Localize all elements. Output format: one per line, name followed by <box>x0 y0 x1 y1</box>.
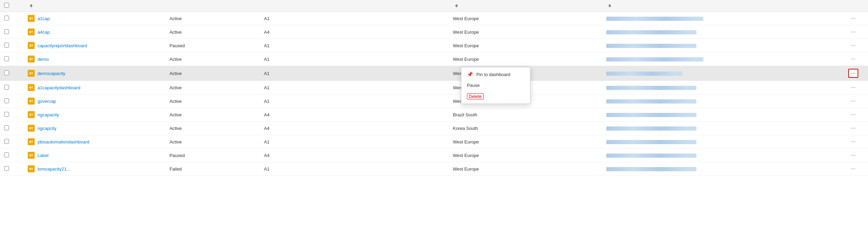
row-more-actions-button[interactable]: ··· <box>849 138 858 146</box>
resource-icon <box>28 125 35 132</box>
row-checkbox[interactable] <box>4 29 9 34</box>
row-checkbox[interactable] <box>4 56 9 61</box>
row-name-link[interactable]: a1cap <box>37 16 50 21</box>
row-checkbox[interactable] <box>4 71 9 75</box>
select-all-header[interactable] <box>0 0 24 12</box>
row-name-cell: ngcapcity <box>24 122 165 135</box>
svg-rect-26 <box>32 100 33 101</box>
svg-rect-13 <box>30 58 31 60</box>
row-actions-cell: ··· <box>839 94 868 108</box>
row-location-cell: West Europe <box>449 12 602 25</box>
row-checkbox[interactable] <box>4 85 9 90</box>
row-checkbox[interactable] <box>4 152 9 157</box>
svg-rect-43 <box>32 156 33 156</box>
row-more-actions-button[interactable]: ··· <box>849 15 858 22</box>
context-menu-pause-label: Pause <box>467 83 480 88</box>
name-column-header[interactable] <box>24 0 165 12</box>
row-sku-cell: A4 <box>260 25 449 39</box>
svg-rect-45 <box>30 168 31 170</box>
row-checkbox[interactable] <box>4 166 9 171</box>
row-subscription-cell: ████████████████████████ <box>602 94 838 108</box>
row-more-actions-button[interactable]: ··· <box>849 151 858 159</box>
name-sort-icon[interactable] <box>30 4 33 7</box>
row-more-actions-button[interactable]: ··· <box>849 124 858 132</box>
row-checkbox[interactable] <box>4 43 9 48</box>
row-name-link[interactable]: capacityreportdashboard <box>37 43 87 48</box>
row-status-cell: Active <box>165 81 260 94</box>
location-column-header[interactable] <box>449 0 602 12</box>
row-sku-cell: A4 <box>260 149 449 162</box>
resource-icon <box>28 138 35 145</box>
resource-icon <box>28 56 35 63</box>
row-status-cell: Active <box>165 66 260 81</box>
svg-rect-21 <box>30 86 31 88</box>
row-name-cell: Label <box>24 149 165 162</box>
row-checkbox-cell <box>0 12 24 25</box>
svg-rect-10 <box>32 44 33 46</box>
pin-icon: 📌 <box>467 72 473 77</box>
row-more-actions-button[interactable]: ··· <box>848 69 858 78</box>
row-name-link[interactable]: demo <box>37 57 49 62</box>
status-column-header <box>165 0 260 12</box>
row-name-cell: ngcapacity <box>24 108 165 122</box>
subscription-sort-icon[interactable] <box>608 4 611 7</box>
row-name-link[interactable]: democapacity <box>37 71 65 76</box>
row-actions-cell: ··· <box>839 66 868 81</box>
row-checkbox[interactable] <box>4 139 9 144</box>
row-more-actions-button[interactable]: ··· <box>849 97 858 105</box>
row-checkbox[interactable] <box>4 16 9 20</box>
row-name-cell: a4cap <box>24 25 165 39</box>
row-actions-cell: ··· <box>839 149 868 162</box>
row-status-cell: Active <box>165 12 260 25</box>
row-checkbox-cell <box>0 81 24 94</box>
resource-icon <box>28 84 35 91</box>
row-name-link[interactable]: ngcapcity <box>37 126 57 131</box>
svg-rect-14 <box>32 58 33 59</box>
svg-rect-47 <box>32 170 33 170</box>
subscription-column-header[interactable] <box>602 0 838 12</box>
resource-icon <box>28 111 35 118</box>
row-name-link[interactable]: govercap <box>37 99 56 104</box>
row-checkbox-cell <box>0 135 24 149</box>
row-checkbox[interactable] <box>4 112 9 117</box>
table-row: ngcapacityActiveA4Brazil South██████████… <box>0 108 868 122</box>
context-menu-delete[interactable]: Delete <box>461 91 530 102</box>
row-more-actions-button[interactable]: ··· <box>849 55 858 63</box>
context-menu-pin[interactable]: 📌 Pin to dashboard <box>461 69 530 80</box>
svg-rect-7 <box>32 33 33 33</box>
svg-rect-11 <box>32 46 33 47</box>
row-more-actions-button[interactable]: ··· <box>849 28 858 36</box>
row-more-actions-button[interactable]: ··· <box>849 165 858 173</box>
row-checkbox[interactable] <box>4 125 9 130</box>
row-status-cell: Paused <box>165 149 260 162</box>
row-name-cell: pbisautomationdashboard <box>24 135 165 149</box>
row-location-cell: West Europe <box>449 25 602 39</box>
row-checkbox[interactable] <box>4 98 9 103</box>
row-sku-cell: A1 <box>260 66 449 81</box>
row-more-actions-button[interactable]: ··· <box>849 84 858 91</box>
context-menu-pause[interactable]: Pause <box>461 80 530 91</box>
row-name-link[interactable]: a4cap <box>37 30 50 35</box>
location-sort-icon[interactable] <box>455 4 458 7</box>
svg-rect-34 <box>32 127 33 128</box>
row-name-link[interactable]: Label <box>37 153 49 158</box>
table-row: a1capActiveA1West Europe████████████████… <box>0 12 868 25</box>
row-name-link[interactable]: ngcapacity <box>37 112 59 117</box>
row-name-link[interactable]: tomcapacity21... <box>37 166 70 172</box>
row-actions-cell: ··· <box>839 162 868 176</box>
row-location-cell: Korea South <box>449 122 602 135</box>
row-subscription-cell: ████████████████████████ <box>602 52 838 66</box>
svg-rect-17 <box>30 72 31 74</box>
row-status-cell: Active <box>165 122 260 135</box>
resource-icon <box>28 15 35 22</box>
row-name-link[interactable]: a1capacitydashboard <box>37 85 80 90</box>
row-more-actions-button[interactable]: ··· <box>849 42 858 49</box>
row-name-cell: capacityreportdashboard <box>24 39 165 52</box>
row-location-cell: West Europe <box>449 52 602 66</box>
row-name-link[interactable]: pbisautomationdashboard <box>37 139 89 145</box>
row-more-actions-button[interactable]: ··· <box>849 111 858 118</box>
table-row: capacityreportdashboardPausedA1West Euro… <box>0 39 868 52</box>
table-row: ngcapcityActiveA4Korea South████████████… <box>0 122 868 135</box>
select-all-checkbox[interactable] <box>4 3 9 8</box>
row-checkbox-cell <box>0 122 24 135</box>
